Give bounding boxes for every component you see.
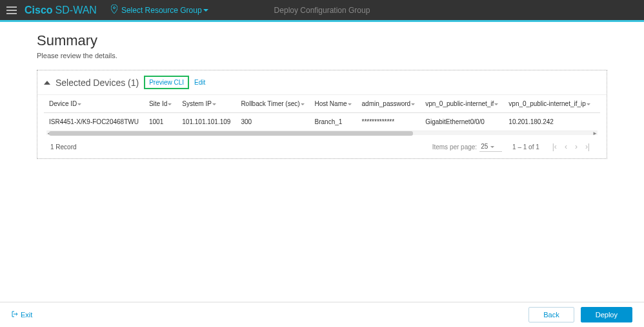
caret-down-icon bbox=[490, 146, 494, 148]
sort-caret-icon bbox=[168, 103, 172, 105]
sort-caret-icon bbox=[212, 103, 216, 105]
resource-link-label: Select Resource Group bbox=[121, 6, 202, 15]
select-resource-group-link[interactable]: Select Resource Group bbox=[121, 6, 208, 15]
exit-button[interactable]: Exit bbox=[12, 311, 32, 319]
col-device-id[interactable]: Device ID bbox=[44, 95, 144, 113]
sort-caret-icon bbox=[77, 103, 81, 105]
pager-prev-button[interactable]: ‹ bbox=[561, 142, 571, 151]
deploy-button[interactable]: Deploy bbox=[581, 307, 632, 322]
pager-last-button[interactable]: ›| bbox=[581, 142, 594, 151]
col-site-id[interactable]: Site Id bbox=[144, 95, 177, 113]
edit-link[interactable]: Edit bbox=[194, 79, 205, 86]
summary-subtitle: Please review the details. bbox=[37, 52, 607, 59]
brand-primary: Cisco bbox=[25, 5, 53, 16]
cell-vpn0-if: GigabitEthernet0/0/0 bbox=[420, 113, 503, 131]
cell-device-id: ISR4451-X/K9-FOC20468TWU bbox=[44, 113, 144, 131]
selected-devices-panel: Selected Devices (1) Preview CLI Edit De… bbox=[37, 70, 607, 159]
items-per-page-value: 25 bbox=[481, 143, 488, 150]
table-row[interactable]: ISR4451-X/K9-FOC20468TWU 1001 101.101.10… bbox=[44, 113, 600, 131]
back-button[interactable]: Back bbox=[528, 307, 574, 322]
sort-caret-icon bbox=[301, 103, 305, 105]
bottom-bar: Exit Back Deploy bbox=[0, 302, 644, 327]
table-header-row: Device ID Site Id System IP Rollback Tim… bbox=[44, 95, 600, 113]
col-vpn0-if-ip[interactable]: vpn_0_public-internet_if_ip bbox=[503, 95, 596, 113]
pager-first-button[interactable]: |‹ bbox=[548, 142, 561, 151]
brand-secondary: SD-WAN bbox=[55, 5, 97, 16]
devices-table: Device ID Site Id System IP Rollback Tim… bbox=[44, 95, 600, 131]
panel-header: Selected Devices (1) Preview CLI Edit bbox=[37, 70, 607, 95]
exit-icon bbox=[12, 311, 18, 319]
cell-vpn0-if-subnet: 255.255.255.128 bbox=[596, 113, 600, 131]
caret-down-icon bbox=[203, 9, 208, 12]
col-vpn0-if[interactable]: vpn_0_public-internet_if bbox=[420, 95, 503, 113]
svg-point-0 bbox=[113, 7, 115, 9]
items-per-page-label: Items per page: bbox=[432, 143, 477, 151]
table-region: Device ID Site Id System IP Rollback Tim… bbox=[44, 95, 600, 131]
col-host-name[interactable]: Host Name bbox=[310, 95, 357, 113]
cell-rollback-timer: 300 bbox=[236, 113, 309, 131]
cell-admin-password: ************* bbox=[357, 113, 421, 131]
summary-title: Summary bbox=[37, 32, 607, 49]
pin-icon bbox=[111, 5, 117, 16]
scroll-right-icon[interactable]: ► bbox=[592, 131, 598, 136]
pager-next-button[interactable]: › bbox=[571, 142, 581, 151]
top-bar: Cisco SD-WAN Select Resource Group Deplo… bbox=[0, 0, 644, 20]
chevron-up-icon[interactable] bbox=[44, 81, 50, 85]
cell-vpn0-if-ip: 10.201.180.242 bbox=[503, 113, 596, 131]
main-content: Summary Please review the details. Selec… bbox=[0, 22, 644, 159]
preview-cli-button[interactable]: Preview CLI bbox=[144, 76, 189, 89]
horizontal-scrollbar[interactable]: ◄ ► bbox=[46, 131, 598, 135]
table-wrap: Device ID Site Id System IP Rollback Tim… bbox=[37, 95, 607, 158]
table-footer: 1 Record Items per page: 25 1 – 1 of 1 |… bbox=[44, 135, 600, 158]
exit-label: Exit bbox=[21, 311, 32, 319]
page-context-label: Deploy Configuration Group bbox=[274, 6, 370, 15]
col-vpn0-if-subnet[interactable]: vpn_0_public-internet_if_subnet bbox=[596, 95, 600, 113]
record-count: 1 Record bbox=[50, 143, 77, 151]
sort-caret-icon bbox=[348, 103, 352, 105]
panel-title: Selected Devices (1) bbox=[55, 78, 139, 88]
hamburger-icon[interactable] bbox=[6, 6, 17, 14]
sort-caret-icon bbox=[587, 103, 590, 105]
cell-site-id: 1001 bbox=[144, 113, 177, 131]
table-body: ISR4451-X/K9-FOC20468TWU 1001 101.101.10… bbox=[44, 113, 600, 131]
pager-range: 1 – 1 of 1 bbox=[512, 143, 539, 151]
col-system-ip[interactable]: System IP bbox=[177, 95, 236, 113]
scrollbar-thumb[interactable] bbox=[49, 131, 413, 136]
sort-caret-icon bbox=[411, 103, 415, 105]
sort-caret-icon bbox=[494, 103, 498, 105]
col-admin-password[interactable]: admin_password bbox=[357, 95, 421, 113]
cell-system-ip: 101.101.101.109 bbox=[177, 113, 236, 131]
items-per-page-select[interactable]: 25 bbox=[479, 142, 502, 152]
cell-host-name: Branch_1 bbox=[310, 113, 357, 131]
col-rollback-timer[interactable]: Rollback Timer (sec) bbox=[236, 95, 309, 113]
table-header: Device ID Site Id System IP Rollback Tim… bbox=[44, 95, 600, 113]
